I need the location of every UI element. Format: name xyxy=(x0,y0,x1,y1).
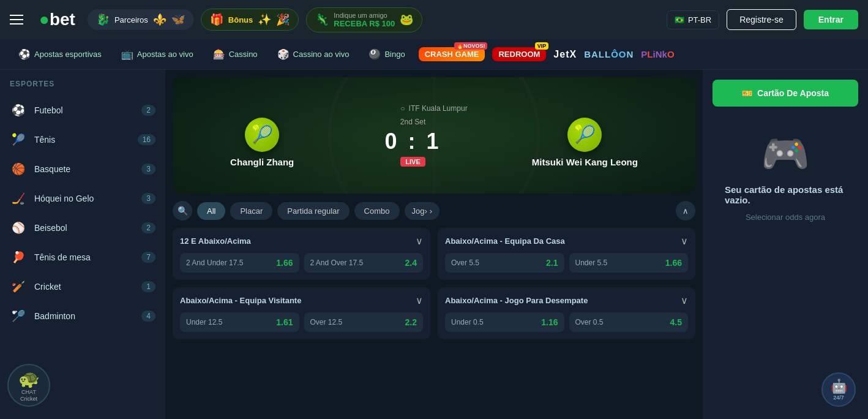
bet-card-sidebar: 🎫 Cartão De Aposta 🎮 Seu cartão de apost… xyxy=(703,70,868,419)
nav-live-casino[interactable]: 🎲 Cassino ao vivo xyxy=(269,43,358,65)
nav-casino[interactable]: 🎰 Cassino xyxy=(204,43,266,65)
hamburger-button[interactable] xyxy=(10,9,32,31)
bet-section-12e-title: 12 E Abaixo/Acima xyxy=(180,236,251,246)
chat-bubble[interactable]: 🐢 CHATCricket xyxy=(7,364,50,407)
bet-odds-over-125: 2.2 xyxy=(405,317,417,327)
nav-bingo[interactable]: 🎱 Bingo xyxy=(360,43,413,65)
redroom-logo-item[interactable]: VIP REDROOM xyxy=(492,43,546,66)
sidebar-item-tenis-mesa[interactable]: 🏓 Tênis de mesa 7 xyxy=(0,243,165,272)
bet-odds-over-55: 2.1 xyxy=(546,258,558,268)
bet-option-under-05[interactable]: Under 0.5 1.16 xyxy=(445,312,564,332)
cricket-count: 1 xyxy=(141,281,155,292)
bonus-promo[interactable]: 🎁 Bônus ✨ 🎉 xyxy=(201,9,299,31)
bet-section-desempate-title: Abaixo/Acima - Jogo Para Desempate xyxy=(445,296,588,305)
site-logo[interactable]: ●bet xyxy=(39,10,75,29)
hoquei-icon: 🏒 xyxy=(10,190,27,207)
plinko-label: PLiNkO xyxy=(641,49,674,59)
beisebol-label: Beisebol xyxy=(34,223,67,233)
basquete-label: Basquete xyxy=(34,164,70,174)
live-badge: LIVE xyxy=(385,154,441,167)
crash-badge: 🔥NOVOS! xyxy=(454,42,488,50)
crash-game-logo[interactable]: 🔥NOVOS! CRASH GAME xyxy=(419,43,485,66)
hoquei-count: 3 xyxy=(141,193,155,204)
bet-option-under-125[interactable]: Under 12.5 1.61 xyxy=(180,312,299,332)
support-label: 24/7 xyxy=(833,394,844,401)
cricket-label: Cricket xyxy=(34,282,61,292)
bet-label-over-125: Over 12.5 xyxy=(310,318,343,327)
filter-more-button[interactable]: Jog› › xyxy=(405,202,440,220)
sidebar-item-futebol[interactable]: ⚽ Futebol 2 xyxy=(0,96,165,125)
bet-label-under-175: 2 And Under 17.5 xyxy=(186,259,243,267)
bet-section-desempate-header: Abaixo/Acima - Jogo Para Desempate ∨ xyxy=(445,295,688,306)
bet-section-desempate-expand[interactable]: ∨ xyxy=(681,295,688,306)
bet-odds-over-05: 4.5 xyxy=(670,317,682,327)
bet-option-over-05[interactable]: Over 0.5 4.5 xyxy=(569,312,689,332)
nav-live[interactable]: 📺 Apostas ao vivo xyxy=(113,43,202,65)
register-button[interactable]: Registre-se xyxy=(727,9,796,30)
chat-icon: 🐢 xyxy=(18,369,40,389)
bet-option-over-55[interactable]: Over 5.5 2.1 xyxy=(445,253,564,273)
bet-option-under-55[interactable]: Under 5.5 1.66 xyxy=(569,253,689,273)
nav-sports[interactable]: ⚽ Apostas esportivas xyxy=(10,43,110,65)
bet-section-12e-header: 12 E Abaixo/Acima ∨ xyxy=(180,235,423,247)
plinko-logo-item[interactable]: PLiNkO xyxy=(641,43,674,66)
search-button[interactable]: 🔍 xyxy=(173,201,192,221)
bet-card-button[interactable]: 🎫 Cartão De Aposta xyxy=(713,80,858,107)
filter-combo[interactable]: Combo xyxy=(354,202,400,220)
refer-promo[interactable]: 🦎 Indique um amigo RECEBA R$ 100 🐸 xyxy=(306,7,422,32)
balloon-logo-item[interactable]: BALLÔON xyxy=(584,43,634,66)
sidebar-item-beisebol[interactable]: ⚾ Beisebol 2 xyxy=(0,213,165,243)
futebol-icon: ⚽ xyxy=(10,102,27,119)
filter-collapse-button[interactable]: ∧ xyxy=(676,201,695,221)
bet-label-under-05: Under 0.5 xyxy=(451,318,484,327)
language-button[interactable]: 🇧🇷 PT-BR xyxy=(667,10,719,29)
redroom-label: REDROOM xyxy=(498,50,540,59)
empty-bet-card: 🎮 Seu cartão de apostas está vazio. Sele… xyxy=(713,119,858,234)
tenis-icon: 🎾 xyxy=(10,131,27,148)
jetx-label: JetX xyxy=(553,49,577,60)
bet-section-visitante-title: Abaixo/Acima - Equipa Visitante xyxy=(180,296,301,305)
player-right-ball: 🎾 xyxy=(567,118,602,152)
sidebar-item-tenis[interactable]: 🎾 Tênis 16 xyxy=(0,125,165,154)
main-content: ○ ITF Kuala Lumpur 🎾 Changli Zhang 2nd S… xyxy=(165,70,703,419)
bet-card-label: Cartão De Aposta xyxy=(757,88,829,98)
casino-label: Cassino xyxy=(229,50,258,59)
score-display: 0 : 1 xyxy=(385,129,441,154)
bet-option-over-175[interactable]: 2 And Over 17.5 2.4 xyxy=(304,253,424,273)
casino-icon: 🎰 xyxy=(213,48,225,60)
top-nav: ●bet 🐉 Parceiros ⚜️ 🦋 🎁 Bônus ✨ 🎉 🦎 Indi… xyxy=(0,0,868,39)
partners-promo[interactable]: 🐉 Parceiros ⚜️ 🦋 xyxy=(88,9,193,30)
player-left-name: Changli Zhang xyxy=(230,157,294,167)
bet-label-under-125: Under 12.5 xyxy=(186,318,222,327)
lang-label: PT-BR xyxy=(688,15,711,25)
bet-section-desempate: Abaixo/Acima - Jogo Para Desempate ∨ Und… xyxy=(438,287,695,339)
bet-section-visitante-expand[interactable]: ∨ xyxy=(416,295,423,306)
live-casino-label: Cassino ao vivo xyxy=(293,50,350,59)
support-button[interactable]: 🤖 24/7 xyxy=(821,372,856,407)
filter-placar[interactable]: Placar xyxy=(230,202,272,220)
sidebar-item-badminton[interactable]: 🏸 Badminton 4 xyxy=(0,301,165,331)
live-casino-icon: 🎲 xyxy=(277,48,290,60)
sidebar-item-cricket[interactable]: 🏏 Cricket 1 xyxy=(0,272,165,301)
jetx-logo-item[interactable]: JetX xyxy=(553,43,577,66)
bet-row-12e: 2 And Under 17.5 1.66 2 And Over 17.5 2.… xyxy=(180,253,423,273)
cricket-icon: 🏏 xyxy=(10,278,27,295)
player-right-name: Mitsuki Wei Kang Leong xyxy=(532,157,638,167)
nav-right: 🇧🇷 PT-BR Registre-se Entrar xyxy=(667,9,858,30)
set-label: 2nd Set xyxy=(385,118,441,126)
bet-option-under-175[interactable]: 2 And Under 17.5 1.66 xyxy=(180,253,299,273)
second-nav: ⚽ Apostas esportivas 📺 Apostas ao vivo 🎰… xyxy=(0,39,868,70)
bet-section-12e-expand[interactable]: ∨ xyxy=(416,235,423,247)
filter-all[interactable]: All xyxy=(197,202,225,220)
login-button[interactable]: Entrar xyxy=(804,10,858,29)
bet-section-casa-expand[interactable]: ∨ xyxy=(681,235,688,247)
bet-label-under-55: Under 5.5 xyxy=(575,259,608,267)
sidebar-item-hoquei[interactable]: 🏒 Hóquei no Gelo 3 xyxy=(0,184,165,213)
badminton-label: Badminton xyxy=(34,311,75,321)
sidebar-section-title: ESPORTES xyxy=(0,80,165,96)
sidebar-item-basquete[interactable]: 🏀 Basquete 3 xyxy=(0,154,165,184)
bet-option-over-125[interactable]: Over 12.5 2.2 xyxy=(304,312,424,332)
filter-partida[interactable]: Partida regular xyxy=(277,202,349,220)
bet-label-over-175: 2 And Over 17.5 xyxy=(310,259,364,267)
bet-odds-under-05: 1.16 xyxy=(541,317,558,327)
